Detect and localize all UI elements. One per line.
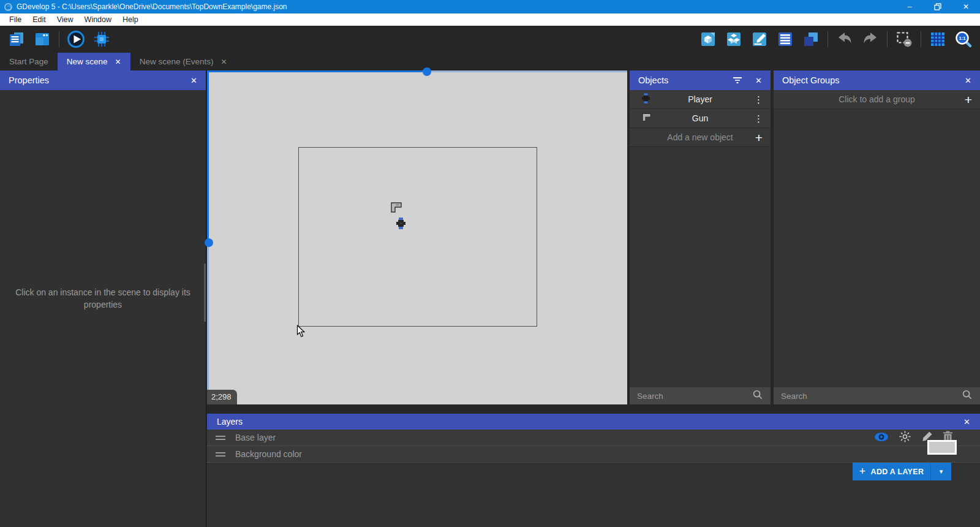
tab-new-scene-events[interactable]: New scene (Events) ✕ <box>130 53 236 70</box>
menu-help[interactable]: Help <box>117 13 144 26</box>
toolbar-separator <box>59 31 59 47</box>
svg-text:1:1: 1:1 <box>959 36 966 41</box>
tab-close-icon[interactable]: ✕ <box>221 58 227 66</box>
chevron-down-icon: ▾ <box>940 468 943 476</box>
undo-icon[interactable] <box>835 30 854 48</box>
menubar: File Edit View Window Help <box>0 13 980 26</box>
object-menu-kebab-icon[interactable]: ⋮ <box>754 95 763 104</box>
object-row-player[interactable]: Player ⋮ <box>630 90 771 109</box>
vertical-scrollbar-thumb[interactable] <box>205 238 213 247</box>
tab-start-page[interactable]: Start Page <box>0 53 58 70</box>
add-group-label: Click to add a group <box>839 94 915 104</box>
background-color-value <box>929 442 955 453</box>
properties-panel-icon[interactable] <box>750 30 769 48</box>
layers-panel-icon[interactable] <box>802 30 820 48</box>
drag-handle-icon[interactable] <box>216 436 225 440</box>
horizontal-scrollbar-thumb[interactable] <box>423 67 431 76</box>
redo-icon[interactable] <box>861 30 880 48</box>
plus-icon: + <box>859 465 866 478</box>
add-layer-label: ADD A LAYER <box>871 468 924 476</box>
play-preview-icon[interactable] <box>67 30 85 48</box>
properties-empty-message: Click on an instance in the scene to dis… <box>11 286 195 311</box>
properties-panel: Properties ✕ Click on an instance in the… <box>0 70 206 527</box>
tab-label: Start Page <box>9 57 48 66</box>
layers-panel: Layers ✕ Base layer <box>207 405 980 527</box>
debug-icon[interactable] <box>92 30 111 48</box>
menu-view[interactable]: View <box>51 13 79 26</box>
layers-panel-title: Layers <box>217 417 243 427</box>
object-groups-panel-title: Object Groups <box>782 75 840 85</box>
filter-icon[interactable] <box>732 76 743 85</box>
deselect-icon[interactable] <box>895 30 913 48</box>
layers-panel-header: Layers ✕ <box>207 414 980 430</box>
background-color-swatch[interactable] <box>927 440 957 455</box>
restore-button[interactable] <box>924 0 952 13</box>
menu-window[interactable]: Window <box>79 13 117 26</box>
menu-edit[interactable]: Edit <box>27 13 51 26</box>
object-groups-panel-header: Object Groups ✕ <box>774 70 980 90</box>
tab-label: New scene <box>67 57 108 66</box>
tab-new-scene[interactable]: New scene ✕ <box>58 53 130 70</box>
mouse-cursor-icon <box>296 325 306 340</box>
close-panel-icon[interactable]: ✕ <box>755 76 762 85</box>
objects-search-bar <box>630 387 771 404</box>
layer-row-base-layer[interactable]: Base layer <box>207 430 980 446</box>
horizontal-scrollbar-track[interactable] <box>423 70 627 72</box>
vertical-scrollbar-track[interactable] <box>207 70 209 239</box>
objects-panel-header: Objects ✕ <box>630 70 771 90</box>
layer-effects-icon[interactable] <box>899 430 911 445</box>
toolbar: 1:1 <box>0 26 980 53</box>
add-object-label: Add a new object <box>667 132 733 142</box>
layers-panel-top-strip <box>207 405 980 414</box>
close-button[interactable]: ✕ <box>952 0 980 13</box>
add-layer-button[interactable]: + ADD A LAYER ▾ <box>853 463 951 480</box>
object-groups-panel: Object Groups ✕ Click to add a group + <box>774 70 980 404</box>
object-name: Gun <box>692 113 708 123</box>
object-row-gun[interactable]: Gun ⋮ <box>630 109 771 128</box>
minimize-button[interactable]: – <box>895 0 924 13</box>
object-groups-panel-icon[interactable] <box>725 30 743 48</box>
instances-list-icon[interactable] <box>776 30 794 48</box>
gdevelop-app-window: GDevelop 5 - C:\Users\Sparkle\OneDrive\D… <box>0 0 980 527</box>
objects-panel-icon[interactable] <box>699 30 717 48</box>
zoom-1-1-icon[interactable]: 1:1 <box>954 30 973 48</box>
close-panel-icon[interactable]: ✕ <box>965 76 971 85</box>
drag-handle-icon[interactable] <box>216 452 225 457</box>
add-new-object-button[interactable]: Add a new object + <box>630 128 771 147</box>
scene-window-icon[interactable] <box>33 30 51 48</box>
gun-instance[interactable] <box>391 202 403 215</box>
horizontal-scrollbar-track[interactable] <box>207 70 423 72</box>
restore-icon <box>934 3 941 10</box>
object-name: Player <box>688 94 712 104</box>
menu-file[interactable]: File <box>4 13 27 26</box>
object-groups-search-bar <box>774 387 980 404</box>
vertical-scrollbar-track[interactable] <box>207 239 209 404</box>
add-layer-dropdown[interactable]: ▾ <box>930 463 951 480</box>
tabbar: Start Page New scene ✕ New scene (Events… <box>0 53 980 70</box>
plus-icon: + <box>965 93 972 106</box>
layer-name: Base layer <box>235 433 276 442</box>
scene-editor-canvas[interactable]: 2;298 <box>207 70 627 404</box>
add-layer-button-main[interactable]: + ADD A LAYER <box>853 463 930 480</box>
tab-label: New scene (Events) <box>140 57 214 66</box>
close-panel-icon[interactable]: ✕ <box>190 76 197 85</box>
events-sheet-icon[interactable] <box>7 30 26 48</box>
close-panel-icon[interactable]: ✕ <box>963 417 970 427</box>
gun-object-icon <box>642 113 652 124</box>
object-menu-kebab-icon[interactable]: ⋮ <box>754 114 763 123</box>
object-groups-search-input[interactable] <box>781 392 962 401</box>
plus-icon: + <box>755 131 763 144</box>
add-group-button[interactable]: Click to add a group + <box>774 90 980 109</box>
player-instance[interactable] <box>396 218 405 232</box>
layer-visibility-eye-icon[interactable] <box>874 432 889 444</box>
close-icon: ✕ <box>963 2 969 11</box>
objects-search-input[interactable] <box>637 392 752 401</box>
tab-close-icon[interactable]: ✕ <box>115 58 121 66</box>
objects-panel: Objects ✕ Player ⋮ <box>630 70 771 404</box>
gdevelop-logo-icon <box>4 3 12 11</box>
layer-row-background-color[interactable]: Background color <box>207 446 980 463</box>
toolbar-right-group: 1:1 <box>699 30 973 48</box>
toolbar-separator <box>921 31 921 47</box>
grid-icon[interactable] <box>929 30 947 48</box>
properties-scrollbar[interactable] <box>204 264 206 322</box>
